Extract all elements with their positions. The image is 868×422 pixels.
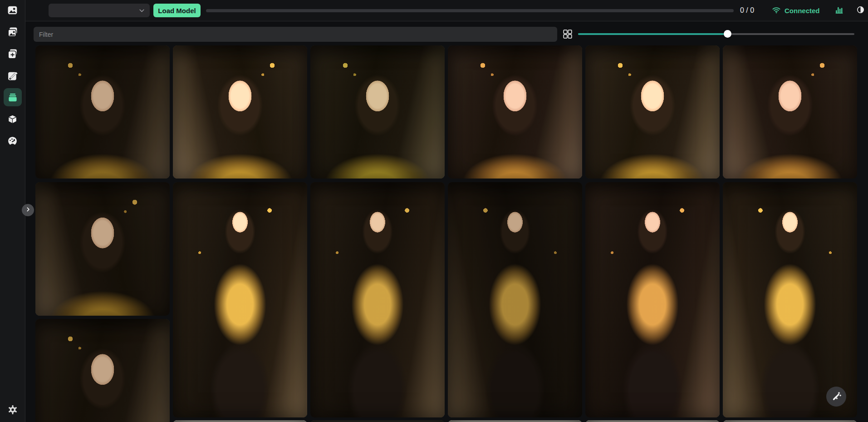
connection-label: Connected (785, 7, 820, 15)
magic-wand-icon (830, 390, 842, 403)
sidebar-expand-button[interactable] (22, 204, 34, 216)
connection-status: Connected (772, 5, 820, 16)
gallery-thumbnail[interactable] (173, 420, 307, 422)
sidebar-item-models[interactable] (4, 88, 22, 106)
stats-button[interactable] (834, 5, 844, 16)
wifi-icon (772, 5, 781, 16)
model-select[interactable] (49, 4, 150, 17)
cube-icon (7, 114, 18, 125)
image-grid (0, 0, 868, 422)
gallery-thumbnail[interactable] (585, 420, 720, 422)
contrast-icon (856, 5, 865, 15)
sidebar-item-performance[interactable] (4, 133, 22, 149)
sidebar-item-settings[interactable] (4, 402, 22, 417)
gallery-thumbnail[interactable] (173, 182, 307, 417)
gallery-thumbnail[interactable] (585, 45, 720, 179)
chevron-right-icon (25, 206, 32, 214)
gallery-thumbnail[interactable] (173, 45, 307, 179)
sidebar-item-image[interactable] (4, 2, 22, 18)
gallery-thumbnail[interactable] (448, 420, 582, 422)
app-window: Load Model 0 / 0 Connected (0, 0, 868, 422)
load-model-button[interactable]: Load Model (153, 4, 201, 17)
gallery-thumbnail[interactable] (448, 182, 582, 417)
topbar: Load Model 0 / 0 Connected (25, 0, 868, 21)
image-icon (7, 5, 18, 16)
gallery-thumbnail[interactable] (35, 45, 170, 179)
gallery-thumbnail[interactable] (310, 182, 445, 417)
progress-counter: 0 / 0 (740, 6, 761, 15)
gallery-thumbnail[interactable] (35, 182, 170, 316)
gallery-thumbnail[interactable] (585, 182, 720, 417)
gallery-thumbnail[interactable] (723, 45, 857, 179)
sidebar-item-gallery[interactable] (4, 24, 22, 40)
images-stack-icon (7, 26, 18, 38)
gauge-icon (7, 135, 18, 147)
collection-icon (7, 91, 19, 103)
add-square-icon (7, 48, 18, 60)
edit-icon (7, 70, 18, 81)
bar-chart-icon (834, 5, 844, 16)
sidebar-item-add-media[interactable] (4, 46, 22, 61)
gear-icon (7, 404, 18, 415)
gallery-thumbnail[interactable] (35, 319, 170, 422)
gallery-thumbnail[interactable] (310, 420, 445, 422)
progress-bar (206, 9, 734, 12)
gallery-thumbnail[interactable] (723, 420, 857, 422)
magic-wand-button[interactable] (826, 387, 846, 407)
theme-toggle-button[interactable] (856, 5, 865, 15)
sidebar-item-3d[interactable] (4, 111, 22, 127)
gallery-thumbnail[interactable] (310, 45, 445, 179)
gallery-thumbnail[interactable] (723, 182, 857, 417)
gallery-thumbnail[interactable] (448, 45, 582, 179)
sidebar-item-edit[interactable] (4, 68, 22, 83)
